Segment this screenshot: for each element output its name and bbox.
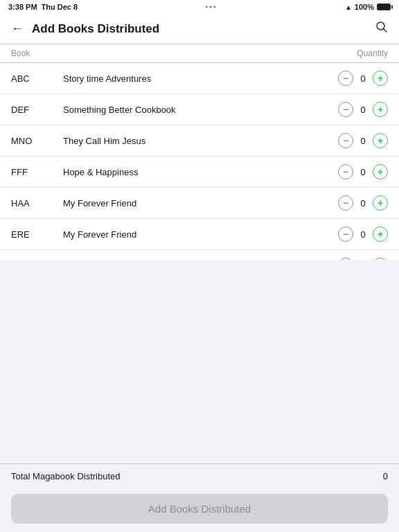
- book-title: Story time Adventures: [63, 73, 151, 84]
- main-content: [0, 260, 399, 454]
- increment-button[interactable]: +: [373, 164, 388, 179]
- search-icon: [375, 21, 388, 33]
- book-row-left: HAA My Forever Friend: [11, 198, 338, 209]
- more-dots: ···: [205, 1, 218, 12]
- decrement-button[interactable]: −: [338, 133, 353, 148]
- nav-bar-left: ← Add Books Distributed: [8, 21, 159, 36]
- book-row: ABC Story time Adventures − 0 +: [0, 63, 399, 94]
- book-title: My Forever Friend: [63, 198, 136, 209]
- quantity-value: 0: [359, 136, 367, 146]
- book-code: ERE: [11, 229, 35, 240]
- svg-line-1: [384, 29, 387, 33]
- book-column-header: Book: [11, 48, 30, 58]
- wifi-icon: ▲: [345, 3, 352, 11]
- book-code: FFF: [11, 167, 35, 177]
- book-row-left: FFF Hope & Happiness: [11, 167, 338, 177]
- quantity-value: 0: [359, 229, 367, 240]
- battery-icon: [377, 3, 391, 10]
- book-title: Something Better Cookbook: [63, 105, 176, 115]
- book-row-right: − 0 +: [338, 227, 388, 242]
- quantity-value: 0: [359, 167, 367, 177]
- book-code: MNO: [11, 136, 35, 146]
- quantity-value: 0: [359, 105, 367, 115]
- book-code: HAA: [11, 198, 35, 209]
- book-row-right: − 0 +: [338, 102, 388, 117]
- status-time: 3:38 PM: [8, 3, 37, 11]
- status-bar: 3:38 PM Thu Dec 8 ··· ▲ 100%: [0, 0, 399, 14]
- increment-button[interactable]: +: [373, 71, 388, 86]
- quantity-value: 0: [359, 198, 367, 209]
- book-code: ABC: [11, 73, 35, 84]
- book-row-right: − 0 +: [338, 164, 388, 179]
- book-row-left: ERE My Forever Friend: [11, 229, 338, 240]
- nav-bar-title: Add Books Distributed: [32, 22, 159, 36]
- quantity-column-header: Quantity: [357, 48, 388, 58]
- book-row-left: DEF Something Better Cookbook: [11, 105, 338, 115]
- total-value: 0: [383, 471, 388, 481]
- total-row: Total Magabook Distributed 0: [0, 463, 399, 488]
- book-list: ABC Story time Adventures − 0 + DEF Some…: [0, 63, 399, 260]
- book-row-left: ABC Story time Adventures: [11, 73, 338, 84]
- book-row: HAA My Forever Friend − 0 +: [0, 188, 399, 219]
- add-books-distributed-button[interactable]: Add Books Distributed: [11, 494, 388, 524]
- decrement-button[interactable]: −: [338, 195, 353, 211]
- book-row-right: − 0 +: [338, 195, 388, 211]
- book-row: FFF Hope & Happiness − 0 +: [0, 157, 399, 188]
- book-row: ERE My Forever Friend − 0 +: [0, 219, 399, 250]
- book-row: DEF Something Better Cookbook − 0 +: [0, 94, 399, 125]
- increment-button[interactable]: +: [373, 258, 388, 260]
- decrement-button[interactable]: −: [338, 227, 353, 242]
- book-row-right: − 0 +: [338, 258, 388, 260]
- add-button-bar: Add Books Distributed: [0, 488, 399, 532]
- status-date: Thu Dec 8: [42, 3, 78, 11]
- increment-button[interactable]: +: [373, 133, 388, 148]
- book-row: MNO They Call Him Jesus − 0 +: [0, 125, 399, 157]
- battery-percentage: 100%: [355, 3, 374, 11]
- total-label: Total Magabook Distributed: [11, 471, 121, 481]
- book-title: Hope & Happiness: [63, 167, 138, 177]
- footer: Total Magabook Distributed 0 Add Books D…: [0, 463, 399, 532]
- book-code: DEF: [11, 105, 35, 115]
- decrement-button[interactable]: −: [338, 164, 353, 179]
- increment-button[interactable]: +: [373, 102, 388, 117]
- nav-bar: ← Add Books Distributed: [0, 14, 399, 44]
- book-title: They Call Him Jesus: [63, 136, 145, 146]
- decrement-button[interactable]: −: [338, 102, 353, 117]
- decrement-button[interactable]: −: [338, 71, 353, 86]
- search-button[interactable]: [373, 21, 391, 37]
- book-row-right: − 0 +: [338, 71, 388, 86]
- book-row-right: − 0 +: [338, 133, 388, 148]
- back-button[interactable]: ←: [8, 21, 26, 36]
- column-header: Book Quantity: [0, 44, 399, 63]
- status-icons: ▲ 100%: [345, 3, 391, 11]
- increment-button[interactable]: +: [373, 227, 388, 242]
- decrement-button[interactable]: −: [338, 258, 353, 260]
- status-time-group: 3:38 PM Thu Dec 8: [8, 3, 78, 11]
- quantity-value: 0: [359, 73, 367, 84]
- increment-button[interactable]: +: [373, 195, 388, 211]
- book-row-left: MNO They Call Him Jesus: [11, 136, 338, 146]
- book-row: RTY Old Testament Adventures − 0 +: [0, 250, 399, 260]
- book-title: My Forever Friend: [63, 229, 136, 240]
